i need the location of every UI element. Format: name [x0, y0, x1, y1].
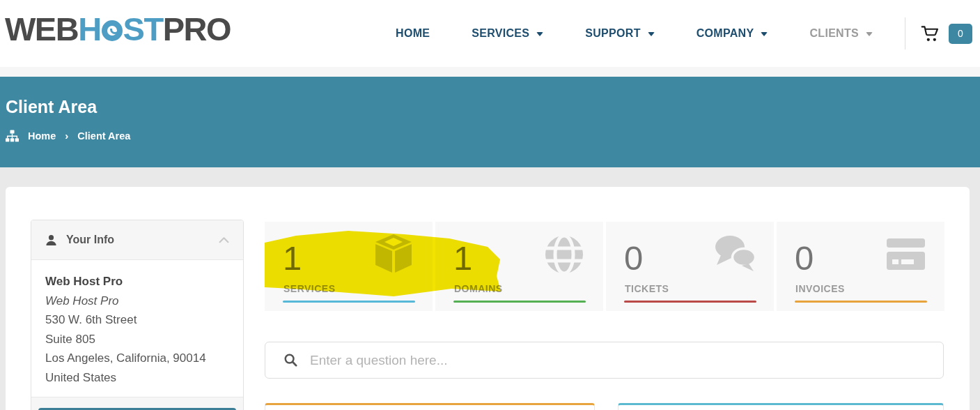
logo-pro: PRO: [163, 10, 231, 47]
subnav-strip: [0, 67, 980, 77]
question-search-input[interactable]: [310, 342, 943, 378]
top-navbar: WEBHSTPRO HOME SERVICES SUPPORT COMPANY …: [0, 0, 980, 67]
chevron-down-icon: [866, 32, 873, 36]
invoices-underline: [795, 301, 927, 303]
your-info-footer: Update: [31, 397, 243, 410]
question-search-bar: [265, 342, 944, 379]
tile-services[interactable]: 1 SERVICES: [265, 222, 433, 311]
credit-card-icon: [883, 232, 928, 277]
tickets-label: TICKETS: [625, 283, 669, 294]
user-icon: [45, 234, 57, 246]
cart-icon[interactable]: [921, 24, 940, 43]
logo-web: WEB: [5, 10, 78, 47]
invoices-label: INVOICES: [795, 283, 845, 294]
tickets-count: 0: [624, 241, 643, 275]
bottom-panel-right: [618, 403, 944, 410]
nav-label-support: SUPPORT: [585, 27, 640, 40]
page-header-band: Client Area Home › Client Area: [0, 77, 980, 167]
chat-bubbles-icon: [713, 232, 757, 277]
logo-host-st: ST: [123, 10, 163, 47]
logo-smile-o-icon: [102, 20, 123, 41]
domains-count: 1: [453, 241, 472, 275]
client-address1: 530 W. 6th Street: [45, 310, 229, 330]
services-underline: [283, 301, 415, 303]
breadcrumb-home[interactable]: Home: [28, 130, 56, 142]
client-address2: Suite 805: [45, 330, 229, 349]
tile-tickets[interactable]: 0 TICKETS: [606, 222, 774, 311]
invoices-count: 0: [795, 241, 814, 275]
chevron-down-icon: [761, 32, 768, 36]
tile-invoices[interactable]: 0 INVOICES: [777, 222, 944, 311]
domains-label: DOMAINS: [454, 283, 503, 294]
breadcrumb-current: Client Area: [77, 130, 130, 142]
globe-icon: [542, 232, 586, 277]
your-info-header[interactable]: Your Info: [31, 220, 243, 260]
tile-domains[interactable]: 1 DOMAINS: [435, 222, 603, 311]
nav-label-home: HOME: [396, 27, 430, 40]
nav-cart-group: 0: [905, 17, 972, 50]
domains-underline: [453, 301, 586, 303]
nav-label-services: SERVICES: [472, 27, 529, 40]
logo-host-h: H: [78, 10, 100, 47]
nav-item-support[interactable]: SUPPORT: [585, 27, 654, 40]
client-city-line: Los Angeles, California, 90014: [45, 349, 229, 368]
site-logo[interactable]: WEBHSTPRO: [5, 10, 231, 48]
nav-item-services[interactable]: SERVICES: [472, 27, 543, 40]
main-card: Your Info Web Host Pro Web Host Pro 530 …: [6, 187, 970, 410]
nav-item-company[interactable]: COMPANY: [697, 27, 768, 40]
your-info-title: Your Info: [66, 234, 210, 246]
client-company: Web Host Pro: [45, 291, 229, 311]
search-icon: [283, 353, 298, 367]
nav-item-clients[interactable]: CLIENTS: [809, 27, 873, 40]
services-count: 1: [283, 241, 302, 275]
nav-item-home[interactable]: HOME: [396, 27, 430, 40]
chevron-down-icon: [648, 32, 655, 36]
chevron-up-icon[interactable]: [219, 236, 229, 243]
client-country: United States: [45, 368, 229, 388]
nav-divider: [905, 17, 905, 50]
cart-count-badge[interactable]: 0: [949, 24, 972, 44]
sitemap-icon: [6, 130, 19, 142]
tickets-underline: [624, 301, 756, 303]
your-info-body: Web Host Pro Web Host Pro 530 W. 6th Str…: [31, 260, 243, 397]
bottom-panel-left: [265, 403, 595, 410]
page-title: Client Area: [6, 97, 97, 117]
nav-label-company: COMPANY: [697, 27, 754, 40]
services-label: SERVICES: [283, 283, 336, 294]
breadcrumb-separator-icon: ›: [65, 130, 68, 142]
nav-label-clients: CLIENTS: [809, 27, 859, 40]
stats-tiles: 1 SERVICES 1: [265, 222, 944, 311]
breadcrumb: Home › Client Area: [6, 130, 130, 142]
main-nav: HOME SERVICES SUPPORT COMPANY CLIENTS: [396, 0, 972, 67]
your-info-panel: Your Info Web Host Pro Web Host Pro 530 …: [31, 220, 244, 410]
chevron-down-icon: [536, 32, 543, 36]
client-name: Web Host Pro: [45, 272, 229, 291]
page: WEBHSTPRO HOME SERVICES SUPPORT COMPANY …: [0, 0, 980, 410]
box-icon: [371, 232, 416, 277]
